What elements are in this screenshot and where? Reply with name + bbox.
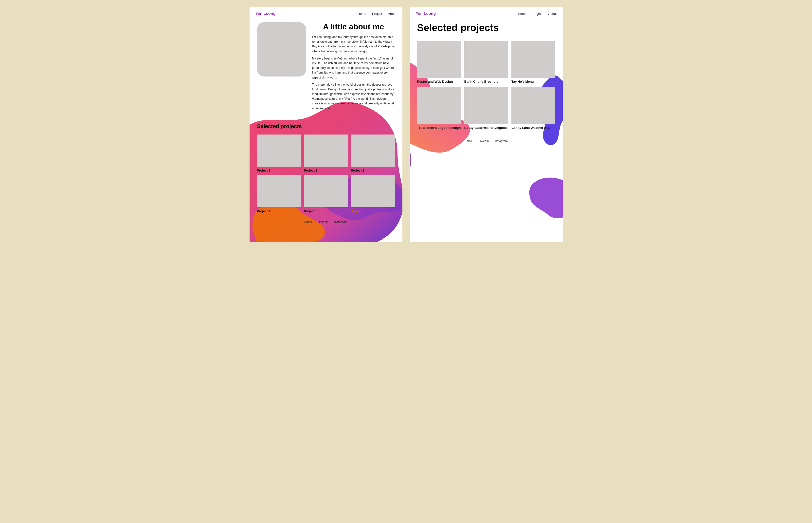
projects-grid: Project 1 Project 2 Project 3 Project 4 …: [257, 134, 395, 213]
nav2-home[interactable]: Home: [518, 12, 526, 16]
project2-label-1: Poster and Web Design: [417, 80, 461, 84]
logo[interactable]: Yen Luong: [256, 11, 276, 16]
project-item[interactable]: Project 2: [304, 134, 348, 172]
nav-about[interactable]: About: [388, 12, 397, 16]
project2-thumb-2: [464, 41, 508, 78]
project-label-3: Project 3: [351, 168, 395, 172]
project2-thumb-6: [511, 87, 555, 124]
logo-2[interactable]: Yen Luong: [416, 11, 436, 16]
about-text: A little about me I'm Yen Luong, and my …: [312, 22, 395, 113]
nav2-project[interactable]: Project: [532, 12, 542, 16]
project-item[interactable]: Project 1: [257, 134, 301, 172]
project-item[interactable]: Project 3: [351, 134, 395, 172]
footer: Email Linkedin Instagram: [249, 213, 402, 229]
project2-label-6: Candy Land Weather App: [511, 126, 555, 130]
footer-email[interactable]: Email: [304, 220, 312, 224]
project-label-1: Project 1: [257, 168, 301, 172]
project2-item[interactable]: Bo By Butterman Styleguide: [464, 87, 508, 130]
project-thumb-1: [257, 134, 301, 167]
project2-item[interactable]: Tea Station's Logo Redesign: [417, 87, 461, 130]
nav2-about[interactable]: About: [548, 12, 557, 16]
nav-home[interactable]: Home: [358, 12, 366, 16]
about-section: A little about me I'm Yen Luong, and my …: [257, 22, 395, 113]
project2-label-5: Bo By Butterman Styleguide: [464, 126, 508, 130]
project2-item[interactable]: Poster and Web Design: [417, 41, 461, 84]
projects-section: Selected projects Project 1 Project 2 Pr…: [249, 123, 402, 213]
nav-project[interactable]: Project: [372, 12, 382, 16]
profile-image: [257, 22, 306, 76]
footer2-linkedin[interactable]: Linkedin: [478, 140, 489, 143]
project2-item[interactable]: Banh Chung Brochure: [464, 41, 508, 84]
project-item[interactable]: Project 5: [304, 175, 348, 213]
nav-bar: Yen Luong Home Project About: [249, 7, 402, 20]
project-thumb-5: [304, 175, 348, 207]
projects-content: Selected projects Poster and Web Design …: [410, 22, 563, 130]
project-thumb-4: [257, 175, 301, 207]
project-item[interactable]: Project 6: [351, 175, 395, 213]
project2-item[interactable]: Tay Ho's Menu: [511, 41, 555, 84]
project2-thumb-5: [464, 87, 508, 124]
footer-2: Email Linkedin Instagram: [410, 132, 563, 148]
footer2-instagram[interactable]: Instagram: [495, 140, 508, 143]
nav-bar-2: Yen Luong Home Project About: [410, 7, 563, 20]
selected-projects-title: Selected projects: [417, 22, 555, 33]
project2-label-2: Banh Chung Brochure: [464, 80, 508, 84]
projects-page: Yen Luong Home Project About Selected pr…: [410, 7, 563, 242]
about-title: A little about me: [312, 22, 395, 31]
about-para-3: The more I delve into the world of desig…: [312, 83, 395, 111]
project2-thumb-1: [417, 41, 461, 78]
project-label-2: Project 2: [304, 168, 348, 172]
project-thumb-3: [351, 134, 395, 167]
footer2-email[interactable]: Email: [465, 140, 472, 143]
about-content: A little about me I'm Yen Luong, and my …: [249, 22, 402, 113]
projects-grid-2: Poster and Web Design Banh Chung Brochur…: [417, 41, 555, 130]
footer-instagram[interactable]: Instagram: [334, 220, 347, 224]
project2-thumb-4: [417, 87, 461, 124]
project2-thumb-3: [511, 41, 555, 78]
project-thumb-6: [351, 175, 395, 207]
about-para-2: My story begins in Vietnam, where I spen…: [312, 56, 395, 80]
project2-label-3: Tay Ho's Menu: [511, 80, 555, 84]
project2-item[interactable]: Candy Land Weather App: [511, 87, 555, 130]
project-thumb-2: [304, 134, 348, 167]
projects-title: Selected projects: [257, 123, 395, 130]
project-item[interactable]: Project 4: [257, 175, 301, 213]
project-label-6: Project 6: [351, 209, 395, 213]
project-label-5: Project 5: [304, 209, 348, 213]
footer-linkedin[interactable]: Linkedin: [317, 220, 328, 224]
about-para-1: I'm Yen Luong, and my journey through li…: [312, 35, 395, 54]
about-page: Yen Luong Home Project About A little ab…: [249, 7, 402, 242]
project2-label-4: Tea Station's Logo Redesign: [417, 126, 461, 130]
project-label-4: Project 4: [257, 209, 301, 213]
